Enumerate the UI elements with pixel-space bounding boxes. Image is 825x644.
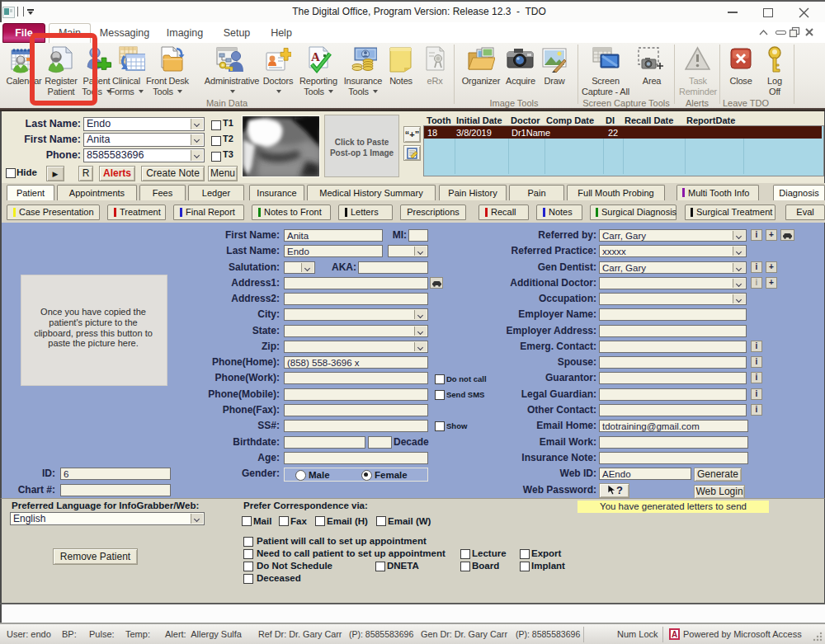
svg-text:A: A: [311, 50, 320, 63]
svg-text:?: ?: [616, 484, 623, 496]
